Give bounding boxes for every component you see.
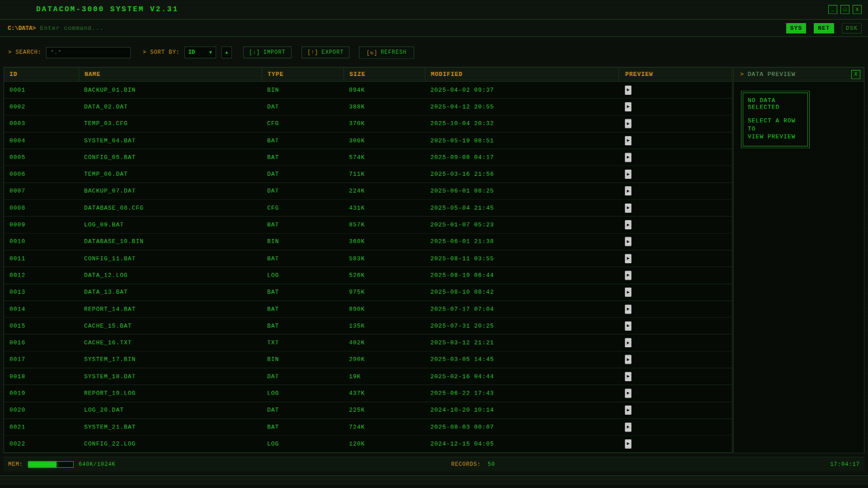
- column-header-modified[interactable]: MODIFIED: [425, 67, 618, 81]
- maximize-button[interactable]: □: [840, 5, 849, 14]
- play-icon[interactable]: ▶: [625, 271, 632, 280]
- export-button[interactable]: [↑] EXPORT: [302, 47, 350, 58]
- refresh-button[interactable]: [↻] REFRESH: [359, 47, 414, 59]
- play-icon[interactable]: ▶: [625, 287, 632, 297]
- row-type: BAT: [262, 216, 344, 233]
- table-row[interactable]: 0016 CACHE_16.TXT TXT 402K 2025-03-12 21…: [4, 334, 732, 351]
- table-row[interactable]: 0008 DATABASE_08.CFG CFG 431K 2025-05-04…: [4, 200, 732, 216]
- table-row[interactable]: 0002 DATA_02.DAT DAT 388K 2025-04-12 20:…: [4, 99, 732, 115]
- table-row[interactable]: 0015 CACHE_15.BAT BAT 135K 2025-07-31 20…: [4, 318, 732, 334]
- play-icon[interactable]: ▶: [625, 169, 632, 179]
- play-icon[interactable]: ▶: [625, 305, 632, 314]
- row-modified: 2025-05-19 08:51: [425, 132, 618, 149]
- play-icon[interactable]: ▶: [625, 237, 632, 246]
- play-icon[interactable]: ▶: [625, 186, 632, 196]
- row-preview-cell: ▶: [618, 132, 732, 149]
- row-size: 224K: [344, 183, 425, 199]
- row-preview-cell: ▶: [618, 116, 732, 132]
- title-bar: DATACOM-3000 SYSTEM V2.31 _ □ X: [0, 0, 868, 20]
- column-header-type[interactable]: TYPE: [262, 67, 344, 81]
- row-name: SYSTEM_17.BIN: [79, 352, 262, 368]
- play-icon[interactable]: ▶: [625, 102, 632, 112]
- table-row[interactable]: 0010 DATABASE_10.BIN BIN 360K 2025-06-01…: [4, 234, 732, 250]
- row-size: 431K: [344, 200, 425, 216]
- table-row[interactable]: 0022 CONFIG_22.LOG LOG 120K 2024-12-15 0…: [4, 436, 732, 452]
- row-name: CONFIG_11.BAT: [79, 250, 262, 267]
- minimize-button[interactable]: _: [828, 5, 837, 14]
- row-id: 0017: [4, 352, 79, 368]
- row-size: 19K: [344, 368, 425, 385]
- table-row[interactable]: 0018 SYSTEM_18.DAT DAT 19K 2025-02-16 04…: [4, 368, 732, 385]
- net-button[interactable]: NET: [814, 23, 834, 33]
- table-row[interactable]: 0017 SYSTEM_17.BIN BIN 290K 2025-03-05 1…: [4, 352, 732, 368]
- play-icon[interactable]: ▶: [625, 119, 632, 128]
- command-input[interactable]: Enter command...: [40, 25, 104, 32]
- row-preview-cell: ▶: [618, 183, 732, 199]
- table-row[interactable]: 0012 DATA_12.LOG LOG 526K 2025-08-19 06:…: [4, 267, 732, 284]
- table-row[interactable]: 0019 REPORT_19.LOG LOG 437K 2025-06-22 1…: [4, 385, 732, 402]
- play-icon[interactable]: ▶: [625, 372, 632, 381]
- row-id: 0021: [4, 419, 79, 435]
- sort-select[interactable]: ID ▼: [184, 47, 216, 58]
- play-icon[interactable]: ▶: [625, 254, 632, 263]
- play-icon[interactable]: ▶: [625, 220, 632, 230]
- row-size: 370K: [344, 116, 425, 132]
- dsk-button[interactable]: DSK: [842, 23, 862, 33]
- no-data-title: NO DATA SELECTED: [748, 97, 803, 111]
- sys-button[interactable]: SYS: [786, 23, 806, 33]
- play-icon[interactable]: ▶: [625, 203, 632, 213]
- toolbar: > SEARCH: > SORT BY: ID ▼ ▲ [↓] IMPORT […: [0, 37, 868, 67]
- row-size: 135K: [344, 318, 425, 334]
- row-type: DAT: [262, 402, 344, 418]
- play-icon[interactable]: ▶: [625, 389, 632, 398]
- play-icon[interactable]: ▶: [625, 439, 632, 449]
- play-icon[interactable]: ▶: [625, 85, 632, 95]
- table-row[interactable]: 0020 LOG_20.DAT DAT 225K 2024-10-20 10:1…: [4, 402, 732, 419]
- play-icon[interactable]: ▶: [625, 422, 632, 432]
- row-size: 290K: [344, 352, 425, 368]
- command-buttons: SYS NET DSK: [786, 23, 862, 33]
- table-row[interactable]: 0006 TEMP_06.DAT DAT 711K 2025-03-16 21:…: [4, 166, 732, 183]
- panel-close-button[interactable]: X: [851, 70, 860, 79]
- row-preview-cell: ▶: [618, 334, 732, 351]
- row-preview-cell: ▶: [618, 284, 732, 300]
- row-preview-cell: ▶: [618, 216, 732, 233]
- play-icon[interactable]: ▶: [625, 153, 632, 162]
- column-header-preview: PREVIEW: [618, 67, 732, 81]
- table-row[interactable]: 0004 SYSTEM_04.BAT BAT 306K 2025-05-19 0…: [4, 132, 732, 149]
- row-id: 0010: [4, 234, 79, 250]
- export-arrow-icon: [↑]: [307, 49, 319, 56]
- table-row[interactable]: 0009 LOG_09.BAT BAT 857K 2025-01-07 05:2…: [4, 216, 732, 233]
- row-size: 388K: [344, 99, 425, 115]
- row-preview-cell: ▶: [618, 250, 732, 267]
- column-header-name[interactable]: NAME: [79, 67, 262, 81]
- table-row[interactable]: 0013 DATA_13.BAT BAT 975K 2025-08-10 08:…: [4, 284, 732, 301]
- search-input[interactable]: [46, 47, 131, 58]
- table-row[interactable]: 0001 BACKUP_01.BIN BIN 894K 2025-04-02 0…: [4, 82, 732, 99]
- column-header-id[interactable]: ID: [4, 67, 79, 81]
- row-id: 0003: [4, 116, 79, 132]
- status-bar: MEM: 640K/1024K RECORDS: 50 17:04:17: [4, 457, 864, 471]
- row-name: LOG_09.BAT: [79, 216, 262, 233]
- play-icon[interactable]: ▶: [625, 405, 632, 415]
- row-name: REPORT_19.LOG: [79, 385, 262, 401]
- import-button[interactable]: [↓] IMPORT: [243, 47, 292, 58]
- close-button[interactable]: X: [853, 5, 862, 14]
- table-row[interactable]: 0005 CONFIG_05.BAT BAT 574K 2025-09-08 0…: [4, 149, 732, 166]
- table-row[interactable]: 0014 REPORT_14.BAT BAT 890K 2025-07-17 0…: [4, 301, 732, 318]
- table-row[interactable]: 0003 TEMP_03.CFG CFG 370K 2025-10-04 20:…: [4, 116, 732, 132]
- column-header-size[interactable]: SIZE: [344, 67, 425, 81]
- play-icon[interactable]: ▶: [625, 338, 632, 347]
- play-icon[interactable]: ▶: [625, 136, 632, 145]
- sort-direction-button[interactable]: ▲: [222, 47, 232, 58]
- table-row[interactable]: 0007 BACKUP_07.DAT DAT 224K 2025-06-01 0…: [4, 183, 732, 200]
- table-row[interactable]: 0021 SYSTEM_21.BAT BAT 724K 2025-08-03 0…: [4, 419, 732, 436]
- table-row[interactable]: 0011 CONFIG_11.BAT BAT 583K 2025-08-11 0…: [4, 250, 732, 267]
- row-type: DAT: [262, 183, 344, 199]
- row-modified: 2025-06-22 17:43: [425, 385, 618, 401]
- row-id: 0006: [4, 166, 79, 182]
- play-icon[interactable]: ▶: [625, 355, 632, 364]
- row-type: BAT: [262, 132, 344, 149]
- row-preview-cell: ▶: [618, 200, 732, 216]
- play-icon[interactable]: ▶: [625, 321, 632, 331]
